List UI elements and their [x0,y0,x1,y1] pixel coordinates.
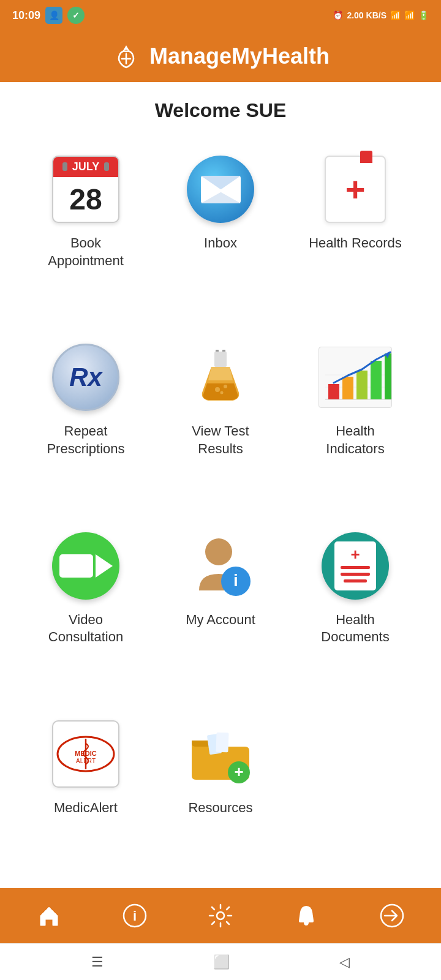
health-records-label: Health Records [309,235,402,252]
svg-rect-13 [371,361,382,399]
rx-icon: Rx [52,344,119,411]
svg-rect-12 [356,371,368,399]
svg-point-6 [221,391,224,394]
video-triangle [96,554,113,578]
doc-line1 [341,566,370,569]
status-time: 10:09 [12,9,40,22]
resources-svg-icon: + [187,723,254,785]
account-svg-icon: i [187,532,254,600]
menu-item-health-records[interactable]: + Health Records [288,140,423,328]
info-icon: i [121,902,148,929]
nav-logout[interactable] [371,897,413,934]
menu-item-book-appointment[interactable]: JULY 28 BookAppointment [18,140,153,328]
repeat-prescriptions-label: RepeatPrescriptions [47,423,124,458]
svg-rect-24 [216,733,228,753]
health-indicators-label: HealthIndicators [326,423,384,458]
signal-icon: 📶 [404,10,415,20]
video-consultation-label: VideoConsultation [48,611,123,646]
welcome-text: Welcome SUE [12,99,429,122]
inbox-label: Inbox [204,235,237,252]
video-icon [52,532,119,600]
medicalert-svg: MEDIC ALERT [55,733,116,775]
bottom-nav: i [0,888,441,943]
menu-item-empty [288,705,423,876]
svg-text:MEDIC: MEDIC [75,750,97,757]
my-account-icon-wrap: i [184,529,257,603]
video-rect [59,554,93,578]
resources-icon-wrap: + [184,717,257,791]
logout-icon [379,902,405,929]
doc-line3 [344,579,367,582]
health-docs-icon: + [322,532,389,600]
flask-icon-wrap [184,341,257,414]
menu-item-repeat-prescriptions[interactable]: Rx RepeatPrescriptions [18,328,153,516]
video-shape [59,554,113,578]
menu-item-health-indicators[interactable]: HealthIndicators [288,328,423,516]
settings-icon [207,902,234,929]
menu-item-my-account[interactable]: i My Account [153,517,288,705]
health-documents-label: HealthDocuments [321,611,389,646]
book-appointment-label: BookAppointment [48,235,124,270]
alarm-icon: ⏰ [333,10,343,20]
nav-notifications[interactable] [285,897,328,934]
health-docs-icon-wrap: + [318,529,392,603]
svg-rect-30 [299,920,314,922]
health-records-icon: + [325,156,386,223]
calendar-day: 28 [53,177,118,222]
status-left: 10:09 👤 ✓ [12,7,85,24]
inbox-icon [187,156,254,223]
resources-icon: + [187,720,254,788]
menu-item-resources[interactable]: + Resources [153,705,288,876]
menu-item-inbox[interactable]: Inbox [153,140,288,328]
svg-rect-14 [385,353,392,399]
video-icon-wrap [49,529,123,603]
svg-point-16 [205,538,232,565]
svg-text:+: + [234,763,243,781]
notification-icon: 👤 [45,7,62,24]
wifi-icon: 📶 [390,10,401,20]
chart-icon-wrap [318,341,392,414]
app-icon: ✓ [67,7,85,24]
rx-text: Rx [69,363,102,392]
android-back-btn[interactable]: ◁ [339,954,350,970]
home-icon [36,902,62,929]
nav-settings[interactable] [199,897,242,934]
my-account-label: My Account [186,611,255,629]
bell-icon [293,902,320,929]
svg-point-29 [217,912,224,919]
doc-cross: + [350,546,360,562]
menu-item-medicalert[interactable]: MEDIC ALERT MedicAlert [18,705,153,876]
rx-icon-wrap: Rx [49,341,123,414]
speed-indicator: 2.00 KB/S [347,10,386,20]
android-home-btn[interactable]: ⬜ [213,954,230,970]
app-header: ManageMyHealth [0,31,441,82]
app-logo [111,42,141,71]
resources-label: Resources [188,799,252,817]
chart-icon [318,347,392,408]
doc-paper: + [334,541,376,590]
medicalert-icon: MEDIC ALERT [52,720,119,788]
book-appointment-icon-wrap: JULY 28 [49,153,123,226]
menu-item-view-test-results[interactable]: View TestResults [153,328,288,516]
view-test-results-label: View TestResults [192,423,249,458]
svg-text:ALERT: ALERT [76,758,96,764]
svg-text:i: i [133,908,137,924]
menu-item-health-documents[interactable]: + HealthDocuments [288,517,423,705]
medicalert-label: MedicAlert [54,799,118,817]
svg-rect-10 [328,384,339,399]
doc-line2 [341,573,370,576]
health-records-icon-wrap: + [318,153,392,226]
bar-chart-icon [319,347,392,408]
status-right: ⏰ 2.00 KB/S 📶 📶 🔋 [333,10,429,20]
android-menu-btn[interactable]: ☰ [91,954,104,970]
svg-rect-3 [214,352,227,367]
calendar-month: JULY [53,157,118,177]
svg-point-5 [224,385,227,388]
app-title: ManageMyHealth [149,43,330,69]
menu-item-video-consultation[interactable]: VideoConsultation [18,517,153,705]
menu-grid: JULY 28 BookAppointment Inbox + Health R… [0,128,441,888]
nav-info[interactable]: i [113,897,156,934]
flask-icon [196,347,245,408]
hr-tab [360,151,372,163]
nav-home[interactable] [28,897,70,934]
